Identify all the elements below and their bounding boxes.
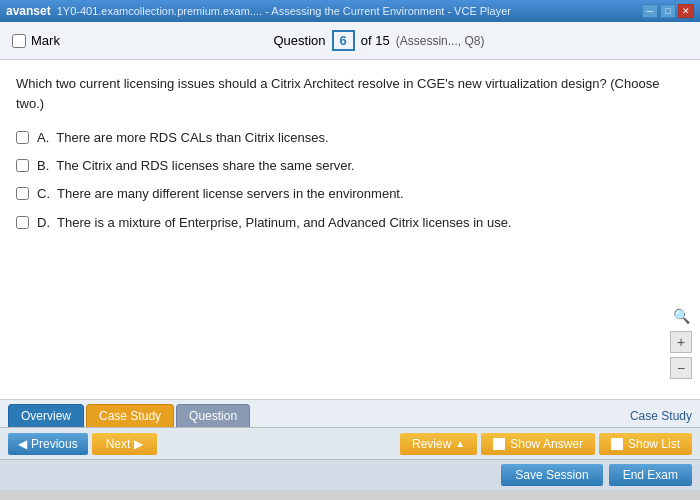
mark-area[interactable]: Mark <box>12 33 60 48</box>
nav-bar: ◀ Previous Next ▶ Review ▲ Show Answer S… <box>0 428 700 460</box>
option-b-text: B. <box>37 158 56 173</box>
tab-question[interactable]: Question <box>176 404 250 427</box>
tab-right-label: Case Study <box>630 409 692 427</box>
tabs-area: Overview Case Study Question Case Study <box>0 400 700 428</box>
option-b: B. The Citrix and RDS licenses share the… <box>16 157 684 175</box>
previous-button[interactable]: ◀ Previous <box>8 433 88 455</box>
option-d-label[interactable]: D. There is a mixture of Enterprise, Pla… <box>37 214 512 232</box>
option-c: C. There are many different license serv… <box>16 185 684 203</box>
search-icon[interactable]: 🔍 <box>670 305 692 327</box>
tab-overview[interactable]: Overview <box>8 404 84 427</box>
review-button[interactable]: Review ▲ <box>400 433 477 455</box>
question-meta: (Assessin..., Q8) <box>396 34 485 48</box>
question-number: 6 <box>332 30 355 51</box>
option-a-checkbox[interactable] <box>16 131 29 144</box>
option-a-text: A. <box>37 130 56 145</box>
zoom-tools: 🔍 + − <box>670 305 692 379</box>
app-logo: avanset <box>6 4 51 18</box>
maximize-button[interactable]: □ <box>660 4 676 18</box>
question-label: Question <box>274 33 326 48</box>
tab-group: Overview Case Study Question <box>8 404 250 427</box>
prev-arrow-icon: ◀ <box>18 437 27 451</box>
action-bar: Save Session End Exam <box>0 460 700 490</box>
window-title: 1Y0-401.examcollection.premium.exam.... … <box>57 5 511 17</box>
save-session-button[interactable]: Save Session <box>501 464 602 486</box>
option-a: A. There are more RDS CALs than Citrix l… <box>16 129 684 147</box>
show-list-button[interactable]: Show List <box>599 433 692 455</box>
option-d-text: D. <box>37 215 57 230</box>
next-button[interactable]: Next ▶ <box>92 433 158 455</box>
option-c-text: C. <box>37 186 57 201</box>
next-arrow-icon: ▶ <box>134 437 143 451</box>
mark-checkbox[interactable] <box>12 34 26 48</box>
option-d: D. There is a mixture of Enterprise, Pla… <box>16 214 684 232</box>
option-c-checkbox[interactable] <box>16 187 29 200</box>
option-c-label[interactable]: C. There are many different license serv… <box>37 185 404 203</box>
zoom-out-button[interactable]: − <box>670 357 692 379</box>
question-text: Which two current licensing issues shoul… <box>16 74 684 113</box>
zoom-in-button[interactable]: + <box>670 331 692 353</box>
title-bar: avanset 1Y0-401.examcollection.premium.e… <box>0 0 700 22</box>
review-dropdown-icon: ▲ <box>455 438 465 449</box>
show-answer-button[interactable]: Show Answer <box>481 433 595 455</box>
show-answer-square-icon <box>493 438 505 450</box>
content-area: Which two current licensing issues shoul… <box>0 60 700 400</box>
option-a-label[interactable]: A. There are more RDS CALs than Citrix l… <box>37 129 329 147</box>
question-header: Mark Question 6 of 15 (Assessin..., Q8) <box>0 22 700 60</box>
close-button[interactable]: ✕ <box>678 4 694 18</box>
option-d-checkbox[interactable] <box>16 216 29 229</box>
tab-case-study[interactable]: Case Study <box>86 404 174 427</box>
end-exam-button[interactable]: End Exam <box>609 464 692 486</box>
question-of-label: of 15 <box>361 33 390 48</box>
minimize-button[interactable]: ─ <box>642 4 658 18</box>
option-b-checkbox[interactable] <box>16 159 29 172</box>
show-list-square-icon <box>611 438 623 450</box>
mark-label: Mark <box>31 33 60 48</box>
option-b-label[interactable]: B. The Citrix and RDS licenses share the… <box>37 157 355 175</box>
